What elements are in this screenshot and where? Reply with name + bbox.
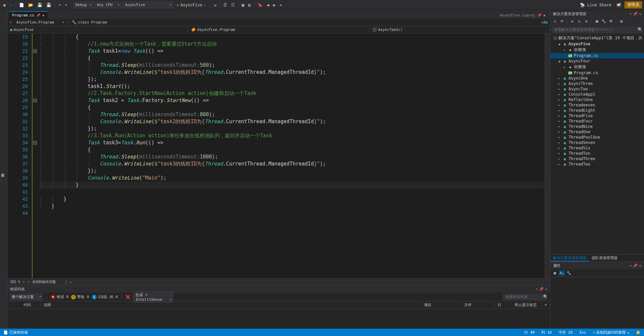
tab-team-explorer[interactable]: 团队资源管理器 xyxy=(589,254,620,261)
tree-item-program-cs[interactable]: C#Program.cs xyxy=(550,70,644,76)
dropdown-icon[interactable]: ▾ xyxy=(630,263,632,268)
platform-dropdown[interactable]: Any CPU xyxy=(95,2,121,8)
code-line[interactable]: │ } xyxy=(39,203,545,210)
close-icon[interactable]: ✕ xyxy=(543,13,545,17)
pin-icon[interactable]: 📌 xyxy=(633,12,638,16)
go-button[interactable]: ↻Go xyxy=(539,20,550,25)
dropdown-icon[interactable]: ▾ xyxy=(536,287,538,291)
code-line[interactable]: │ │ │ │ Task task3=Task.Run(() => xyxy=(39,139,545,146)
ins-mode[interactable]: Ins xyxy=(579,330,586,335)
sync-icon[interactable]: ⇄ xyxy=(569,18,575,25)
code-line[interactable]: │ │ │ │ { xyxy=(39,146,545,153)
new-file-icon[interactable]: 📄 xyxy=(18,2,25,8)
line-indicator[interactable]: 行 40 xyxy=(524,330,535,335)
source-control-button[interactable]: ↑ 添加到源代码管理 ▴ xyxy=(593,330,629,335)
tab-program-cs[interactable]: Program.cs 📌 ✕ xyxy=(9,11,48,19)
filter-icon[interactable]: ▤ xyxy=(619,18,625,25)
code-line[interactable]: │ │ } xyxy=(39,196,545,203)
tree-item-threadone[interactable]: ▸▣ThreadOne xyxy=(550,129,644,135)
member-dropdown[interactable]: ⬛AsyncTask() xyxy=(369,28,550,32)
start-debug-button[interactable]: ▶ AsyncFive ▾ xyxy=(174,2,208,8)
filter-icon[interactable]: ▽ xyxy=(542,303,550,307)
tool-icon-1[interactable]: ☰ xyxy=(222,2,228,8)
code-line[interactable]: │ │ │ │ │ Console.WriteLine($"task3的线程ID… xyxy=(39,160,545,167)
fold-toggle[interactable]: − xyxy=(33,99,37,102)
close-icon[interactable]: ✕ xyxy=(42,13,44,17)
tree-item-asyncfive[interactable]: ◢▣AsyncFive xyxy=(550,41,644,47)
col-file[interactable]: 文件 xyxy=(462,302,495,307)
tool-icon-3[interactable]: ▦ xyxy=(240,2,246,8)
tree-item-threadtwo[interactable]: ▸▣ThreadTwo xyxy=(550,161,644,167)
tree-item-threadseven[interactable]: ▸▣ThreadSeven xyxy=(550,140,644,145)
tab-csproj[interactable]: AsyncFive.csproj 📌 ✕ xyxy=(496,11,549,19)
navigate-back-icon[interactable]: ◉ xyxy=(2,2,7,8)
close-icon[interactable]: ✕ xyxy=(639,263,641,268)
close-icon[interactable]: ✕ xyxy=(639,12,641,16)
tree-item-threadeight[interactable]: ▸▣ThreadEight xyxy=(550,108,644,113)
code-line[interactable]: │ │ │ │ { xyxy=(39,55,545,62)
pin-icon[interactable]: 📌 xyxy=(539,287,544,291)
fold-toggle[interactable]: − xyxy=(33,49,37,53)
tree-item----[interactable]: ▸◆依赖项 xyxy=(550,47,644,53)
col-code[interactable]: 代码 xyxy=(21,302,41,307)
code-line[interactable]: │ │ │ │ //3.Task.Run(Action action)将任务放在… xyxy=(39,132,545,139)
startup-project-dropdown[interactable]: AsyncFive xyxy=(123,2,173,8)
bookmark-prev-icon[interactable]: ◀ xyxy=(265,2,270,8)
collapse-all-icon[interactable]: ⊟ xyxy=(583,18,589,25)
left-tool-strip[interactable]: 服务器资源 xyxy=(0,10,7,329)
close-icon[interactable]: ✕ xyxy=(545,287,547,291)
tree-item-threadsix[interactable]: ▸▣ThreadSix xyxy=(550,145,644,151)
tool-icon-2[interactable]: ☷ xyxy=(230,2,236,8)
tree-item-asyncone[interactable]: ▸▣AsyncOne xyxy=(550,76,644,81)
tree-item-threadthree[interactable]: ▸▣ThreadThree xyxy=(550,156,644,161)
fold-toggle[interactable]: − xyxy=(33,141,37,145)
navigate-fwd-icon[interactable]: → xyxy=(8,2,13,8)
categorize-icon[interactable]: ▦ xyxy=(552,270,558,276)
preview-icon[interactable]: 👁 xyxy=(608,18,614,25)
switch-view-icon[interactable]: ⟳ xyxy=(559,18,565,25)
tree-item-threadeeven[interactable]: ▸▣Threadeeven xyxy=(550,102,644,108)
nav-arrow-icon[interactable]: ➜ xyxy=(7,20,14,25)
col-indicator[interactable]: 列 10 xyxy=(541,330,552,335)
config-dropdown[interactable]: Debug xyxy=(73,2,93,8)
pin-icon[interactable]: 📌 xyxy=(36,13,40,17)
tree-item-asynctwo[interactable]: ▸▣AsyncTwo xyxy=(550,86,644,92)
code-line[interactable]: │ │ │ │ }); xyxy=(39,125,545,132)
tree-item-asyncfour[interactable]: ◢▣AsyncFour xyxy=(550,58,644,64)
save-all-icon[interactable]: 💾 xyxy=(45,2,53,8)
pin-icon[interactable]: 📌 xyxy=(537,13,541,17)
bookmark-clear-icon[interactable]: ✕ xyxy=(278,2,283,8)
feedback-icon[interactable]: 📢 xyxy=(615,2,623,8)
save-icon[interactable]: 💾 xyxy=(36,2,44,8)
redo-icon[interactable]: ↷ xyxy=(64,2,69,8)
tree-item-threadnine[interactable]: ▸▣ThreadNine xyxy=(550,124,644,129)
properties-icon[interactable]: 🔧 xyxy=(601,18,607,25)
pin-icon[interactable]: 📌 xyxy=(633,263,638,268)
tree-item-threadten[interactable]: ▸▣ThreadTen xyxy=(550,151,644,156)
code-line[interactable]: │ │ │ │ │ Console.WriteLine($"task1的线程ID… xyxy=(39,69,545,76)
tree-item-threadfour[interactable]: ▸▣ThreadFour xyxy=(550,118,644,124)
code-line[interactable]: │ │ │ │ Console.WriteLine("Main"); xyxy=(39,175,545,182)
notification-icon[interactable]: 🔔 xyxy=(636,330,641,335)
build-filter-dropdown[interactable]: 生成 + IntelliSense xyxy=(133,291,173,303)
col-desc[interactable]: 说明 xyxy=(41,302,421,307)
col-line[interactable]: 行 xyxy=(495,302,512,307)
code-line[interactable]: │ │ │ │ //2.Task.Factory.StartNew(Action… xyxy=(39,90,545,97)
code-line[interactable]: │ │ │ │ │ Thread.Sleep(millisecondsTimeo… xyxy=(39,153,545,160)
type-dropdown[interactable]: 🔶AsyncFive.Program xyxy=(188,28,369,32)
bookmark-next-icon[interactable]: ▶ xyxy=(272,2,277,8)
code-line[interactable]: │ │ │ │ //1.new方式实例化一个Task，需要通过Start方法启动 xyxy=(39,41,545,48)
code-line[interactable]: │ │ │ │ │ Console.WriteLine($"task2的线程ID… xyxy=(39,118,545,125)
solution-tree[interactable]: ⬛解决方案"ConsoleApp1"(第 19 个项目，共 19 个)◢▣Asy… xyxy=(550,34,644,254)
col-suppress[interactable]: 禁止显示状态 xyxy=(512,302,542,307)
code-line[interactable]: │ │ │ │ { xyxy=(39,104,545,111)
bookmark-icon[interactable]: 🔖 xyxy=(256,2,264,8)
undo-icon[interactable]: ↶ xyxy=(57,2,62,8)
code-line[interactable]: │ │ │ { xyxy=(39,34,545,41)
code-editor[interactable]: 1920212223242526272829303132333435363738… xyxy=(7,34,550,278)
zoom-level[interactable]: 162 % xyxy=(10,280,20,284)
tree-item-consoleapp1[interactable]: ▸▣ConsoleApp1 xyxy=(550,92,644,97)
code-line[interactable]: │ │ │ │ │ Thread.Sleep(millisecondsTimeo… xyxy=(39,111,545,118)
code-line[interactable]: │ │ │ │ task1.Start(); xyxy=(39,83,545,90)
errors-filter-button[interactable]: ✖错误 0 xyxy=(51,294,68,299)
